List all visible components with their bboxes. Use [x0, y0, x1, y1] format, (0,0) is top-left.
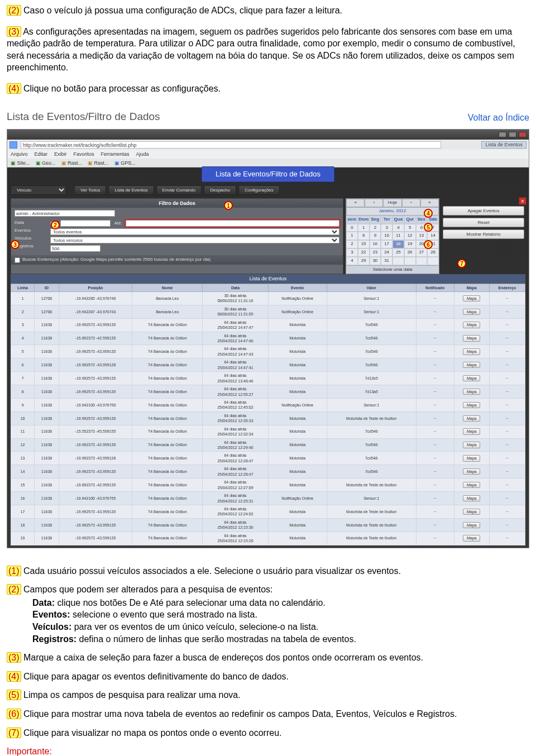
table-cell: ···	[416, 291, 454, 305]
registros-input[interactable]	[50, 245, 100, 252]
cal-next[interactable]: »	[420, 199, 439, 207]
table-cell: ···	[416, 425, 454, 438]
section-title: Lista de Eventos/Filtro de Dados	[7, 109, 160, 124]
menu-item[interactable]: Editar	[35, 151, 48, 157]
mapa-button[interactable]: Mapa	[463, 455, 481, 461]
despacho-button[interactable]: Despacho	[204, 185, 236, 195]
cal-cell[interactable]: 1	[358, 224, 370, 232]
cal-cell[interactable]: 0	[346, 224, 358, 232]
ver-todos-button[interactable]: Ver Todos	[74, 185, 106, 195]
mostrar-relatorio-button[interactable]: Mostrar Relatório	[443, 229, 524, 239]
menu-item[interactable]: Ferramentas	[101, 151, 130, 157]
date-from-input[interactable]	[60, 220, 111, 227]
reset-button[interactable]: Reset	[443, 218, 524, 227]
menu-item[interactable]: Favoritos	[74, 151, 94, 157]
cal-cell[interactable]: 17	[381, 240, 393, 248]
menu-item[interactable]: Ajuda	[136, 151, 149, 157]
mapa-button[interactable]: Mapa	[463, 309, 481, 315]
cal-cell[interactable]: 3	[381, 224, 393, 232]
mapa-button[interactable]: Mapa	[463, 402, 481, 408]
cal-cell[interactable]: 4	[346, 257, 358, 265]
cal-cell[interactable]: 5	[404, 224, 416, 232]
mapa-button[interactable]: Mapa	[463, 389, 481, 395]
cal-cell[interactable]: 2	[370, 224, 381, 232]
cal-cell[interactable]: 28	[427, 248, 439, 257]
eventos-select[interactable]: Todos eventos	[50, 228, 339, 235]
cal-cell[interactable]: 8	[358, 232, 370, 240]
mapa-button[interactable]: Mapa	[463, 482, 481, 488]
cal-cell[interactable]: 18	[393, 240, 404, 248]
mapa-button[interactable]: Mapa	[463, 428, 481, 434]
endereco-cell: ···	[489, 332, 525, 345]
mapa-button[interactable]: Mapa	[463, 348, 481, 355]
back-to-index-link[interactable]: Voltar ao Índice	[468, 112, 529, 124]
cal-cell[interactable]: 2	[346, 240, 358, 248]
mapa-button[interactable]: Mapa	[463, 535, 481, 541]
cal-cell[interactable]: 11	[393, 232, 404, 240]
cal-cell[interactable]: 3	[346, 248, 358, 257]
cal-cell[interactable]: 30	[370, 257, 381, 265]
lista-eventos-button[interactable]: Lista de Eventos	[108, 185, 154, 195]
mapa-button[interactable]: Mapa	[463, 322, 481, 328]
cal-cell[interactable]: 22	[358, 248, 370, 257]
apagar-eventos-button[interactable]: Apagar Eventos	[443, 206, 524, 216]
endereco-cell: ···	[489, 291, 525, 305]
cal-cell[interactable]: 16	[370, 240, 381, 248]
close-window-icon[interactable]	[519, 132, 527, 137]
cal-prev[interactable]: «	[346, 199, 365, 207]
fav-item[interactable]: ▣ Rast...	[88, 160, 109, 166]
cal-cell[interactable]: 10	[381, 232, 393, 240]
cal-cell[interactable]: 27	[416, 248, 428, 257]
menu-item[interactable]: Exibir	[54, 151, 67, 157]
enviar-comando-button[interactable]: Enviar Comando	[156, 185, 202, 195]
date-to-input[interactable]	[126, 220, 339, 227]
close-panel-icon[interactable]: ×	[519, 197, 527, 205]
cal-prev-1[interactable]: ‹	[365, 199, 383, 207]
mapa-button[interactable]: Mapa	[463, 442, 481, 448]
cal-cell[interactable]: 1	[346, 232, 358, 240]
mapa-button[interactable]: Mapa	[463, 415, 481, 422]
cal-cell[interactable]: 26	[404, 248, 416, 257]
configuracoes-button[interactable]: Configurações	[238, 185, 280, 195]
address-search-checkbox[interactable]	[15, 257, 20, 263]
filter-and-calendar: Filtro de Dados Data Eventos Veículos Re…	[11, 198, 525, 274]
cal-cell[interactable]: 15	[358, 240, 370, 248]
mapa-button[interactable]: Mapa	[463, 295, 481, 302]
fav-item[interactable]: ▣ Geo...	[36, 160, 56, 166]
cal-cell[interactable]: 4	[393, 224, 404, 232]
mapa-button[interactable]: Mapa	[463, 509, 481, 515]
user-select[interactable]	[15, 210, 115, 217]
cal-cell[interactable]: 25	[393, 248, 404, 257]
table-cell: 15	[11, 479, 35, 492]
cal-cell[interactable]: 19	[404, 240, 416, 248]
map-cell: Mapa	[454, 479, 489, 492]
mapa-button[interactable]: Mapa	[463, 335, 481, 341]
maximize-icon[interactable]	[509, 132, 516, 137]
minimize-icon[interactable]	[499, 132, 506, 137]
table-cell: -19.992573 -43.959135	[59, 372, 132, 385]
map-cell: Mapa	[454, 398, 489, 412]
cal-cell[interactable]: 9	[370, 232, 381, 240]
browser-tab[interactable]: Lista de Eventos	[481, 141, 527, 149]
cal-cell[interactable]: 29	[358, 257, 370, 265]
fav-item[interactable]: ▣ GPS...	[114, 160, 136, 166]
cal-cell[interactable]: 23	[370, 248, 381, 257]
cal-today[interactable]: Hoje	[383, 199, 401, 207]
address-bar[interactable]: http://www.trackmaker.net/tracking/softc…	[21, 141, 441, 149]
mapa-button[interactable]: Mapa	[463, 522, 481, 528]
mapa-button[interactable]: Mapa	[463, 362, 481, 368]
cal-cell[interactable]: 24	[381, 248, 393, 257]
cal-cell[interactable]: 13	[416, 232, 428, 240]
mapa-button[interactable]: Mapa	[463, 375, 481, 381]
mapa-button[interactable]: Mapa	[463, 495, 481, 501]
cal-cell[interactable]: 31	[381, 257, 393, 265]
vehicle-select[interactable]: Veículo	[11, 185, 66, 195]
cal-cell[interactable]: 12	[404, 232, 416, 240]
veiculos-select[interactable]: Todos veículos	[50, 237, 339, 243]
cal-next-1[interactable]: ›	[402, 199, 420, 207]
mapa-button[interactable]: Mapa	[463, 468, 481, 475]
menu-item[interactable]: Arquivo	[11, 151, 28, 157]
fav-item[interactable]: ▣ Site...	[11, 160, 30, 166]
cal-cell[interactable]: 14	[427, 232, 439, 240]
fav-item[interactable]: ▣ Rast...	[61, 160, 83, 166]
